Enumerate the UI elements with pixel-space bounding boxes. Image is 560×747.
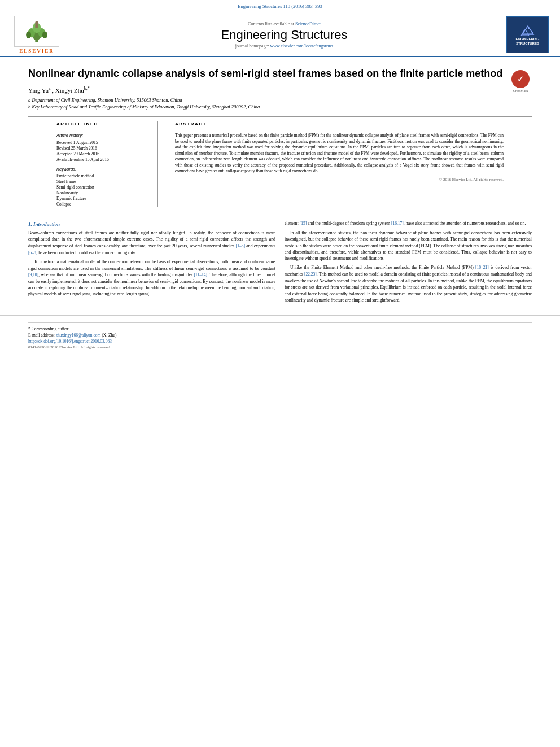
keyword-6: Collapse xyxy=(56,202,149,207)
main-body: 1. Introduction Beam–column connections … xyxy=(0,213,560,313)
article-authors: Ying Yua , Xingyi Zhub,* xyxy=(28,86,504,94)
accepted-date: Accepted 29 March 2016 xyxy=(56,151,149,156)
ref-9-10[interactable]: [9,10] xyxy=(28,272,38,277)
author1-sup: a xyxy=(49,86,51,91)
email-label: E-mail address: xyxy=(28,333,55,338)
elsevier-text: ELSEVIER xyxy=(19,48,54,54)
abstract-col: ABSTRACT This paper presents a numerical… xyxy=(169,121,504,207)
main-right-col: element [15] and the multi-degree of fre… xyxy=(285,220,532,306)
crossmark-icon: ✓ xyxy=(511,70,530,88)
footnote-divider xyxy=(28,322,532,323)
affiliation-b: b Key Laboratory of Road and Traffic Eng… xyxy=(28,104,504,110)
keyword-5: Dynamic fracture xyxy=(56,196,149,201)
affiliation-a: a Department of Civil Engineering, Shant… xyxy=(28,97,504,103)
keywords-section: Keywords: Finite particle method Steel f… xyxy=(56,167,149,207)
doi-line: http://dx.doi.org/10.1016/j.engstruct.20… xyxy=(28,339,532,344)
article-info-header: ARTICLE INFO xyxy=(56,121,149,129)
email-address[interactable]: zhuxingy166@aliyun.com xyxy=(56,333,101,338)
article-title-content: Nonlinear dynamic collapse analysis of s… xyxy=(28,67,504,111)
svg-rect-8 xyxy=(35,24,38,28)
abstract-header: ABSTRACT xyxy=(175,121,504,129)
ref-22-23[interactable]: [22,23] xyxy=(304,272,317,277)
section1-title: 1. Introduction xyxy=(28,221,275,227)
body-right-para3: Unlike the Finite Element Method and oth… xyxy=(285,264,532,303)
journal-logo-line1: ENGINEERINGSTRUCTURES xyxy=(515,37,539,46)
svg-point-7 xyxy=(35,21,38,24)
svg-line-11 xyxy=(528,28,533,33)
received-date: Received 1 August 2015 xyxy=(56,140,149,145)
available-date: Available online 16 April 2016 xyxy=(56,157,149,162)
ref-6-8[interactable]: [6–8] xyxy=(28,250,37,255)
body-right-para2: In all the aforementioned studies, the n… xyxy=(285,230,532,261)
sciencedirect-line: Contents lists available at ScienceDirec… xyxy=(68,21,501,27)
copyright-line: © 2016 Elsevier Ltd. All rights reserved… xyxy=(175,177,504,182)
article-history-label: Article history: xyxy=(56,133,149,138)
keyword-1: Finite particle method xyxy=(56,173,149,178)
body-right-para1: element [15] and the multi-degree of fre… xyxy=(285,220,532,227)
keyword-2: Steel frame xyxy=(56,179,149,184)
article-main-title: Nonlinear dynamic collapse analysis of s… xyxy=(28,67,504,80)
journal-citation: Engineering Structures 118 (2016) 383–39… xyxy=(238,3,322,9)
sciencedirect-link[interactable]: ScienceDirect xyxy=(295,21,321,27)
author1-name: Ying Yu xyxy=(28,87,49,94)
keywords-label: Keywords: xyxy=(56,167,149,172)
homepage-url[interactable]: www.elsevier.com/locate/engstruct xyxy=(270,43,333,49)
issn-line: 0141-0296/© 2016 Elsevier Ltd. All right… xyxy=(28,345,532,350)
journal-title: Engineering Structures xyxy=(68,28,501,42)
article-title-section: Nonlinear dynamic collapse analysis of s… xyxy=(0,57,560,116)
author2-sup: b,* xyxy=(84,86,90,91)
journal-logo-right: ENGINEERINGSTRUCTURES xyxy=(506,16,549,53)
svg-point-4 xyxy=(26,32,31,39)
author2-name: , Xingyi Zhu xyxy=(52,87,84,94)
abstract-text: This paper presents a numerical procedur… xyxy=(175,133,504,174)
body-para1: Beam–column connections of steel frames … xyxy=(28,230,275,256)
email-name: (X. Zhu). xyxy=(102,333,117,338)
revised-date: Revised 25 March 2016 xyxy=(56,146,149,151)
crossmark-label: CrossMark xyxy=(513,89,528,93)
info-abstract-section: ARTICLE INFO Article history: Received 1… xyxy=(28,116,532,207)
journal-header: ELSEVIER Contents lists available at Sci… xyxy=(0,11,560,57)
svg-point-5 xyxy=(42,32,47,39)
article-info-col: ARTICLE INFO Article history: Received 1… xyxy=(56,121,158,207)
page-container: Engineering Structures 118 (2016) 383–39… xyxy=(0,0,560,350)
body-para2: To construct a mathematical model of the… xyxy=(28,259,275,297)
journal-logo-icon xyxy=(519,23,536,37)
main-left-col: 1. Introduction Beam–column connections … xyxy=(28,220,275,306)
elsevier-logo-box xyxy=(14,16,59,47)
ref-15[interactable]: [15] xyxy=(300,221,307,226)
crossmark-badge[interactable]: ✓ CrossMark xyxy=(509,70,532,93)
email-line: E-mail address: zhuxingy166@aliyun.com (… xyxy=(28,333,532,338)
ref-11-14[interactable]: [11–14] xyxy=(194,272,207,277)
ref-1-5[interactable]: [1–5] xyxy=(236,243,245,248)
homepage-prefix: journal homepage: xyxy=(235,43,270,49)
journal-citation-line: Engineering Structures 118 (2016) 383–39… xyxy=(0,0,560,11)
keyword-3: Semi-rigid connection xyxy=(56,185,149,190)
journal-homepage: journal homepage: www.elsevier.com/locat… xyxy=(68,43,501,49)
ref-18-21[interactable]: [18–21] xyxy=(475,265,489,270)
elsevier-tree-icon xyxy=(20,19,54,44)
keyword-4: Nonlinearity xyxy=(56,190,149,195)
doi-link[interactable]: http://dx.doi.org/10.1016/j.engstruct.20… xyxy=(28,339,112,344)
sciencedirect-prefix: Contents lists available at xyxy=(248,21,294,27)
elsevier-logo: ELSEVIER xyxy=(11,16,62,54)
footnote-section: * Corresponding author. E-mail address: … xyxy=(0,315,560,350)
ref-16-17[interactable]: [16,17] xyxy=(391,221,404,226)
corresponding-author: * Corresponding author. xyxy=(28,326,532,331)
header-center: Contents lists available at ScienceDirec… xyxy=(68,21,501,49)
